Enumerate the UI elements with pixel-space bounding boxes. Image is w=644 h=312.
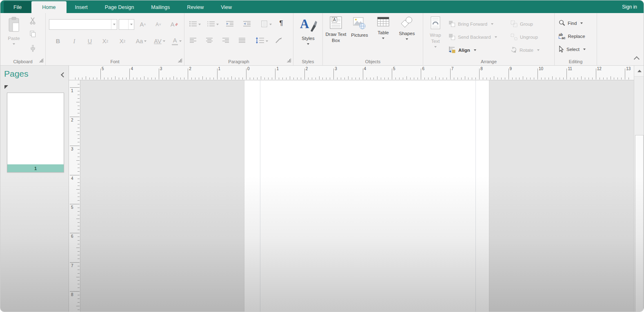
shapes-icon: [401, 16, 413, 29]
ruler-number: 3: [160, 66, 162, 71]
ruler-number: 2: [71, 118, 73, 122]
ungroup-icon: [511, 33, 517, 41]
paste-icon: [7, 16, 20, 33]
align-left-button[interactable]: [188, 36, 198, 46]
send-backward-button[interactable]: Send Backward: [449, 32, 497, 42]
ruler-number: 3: [71, 147, 73, 151]
pen-format-button[interactable]: [273, 36, 284, 46]
ruler-number: 4: [131, 66, 133, 71]
tab-file[interactable]: File: [4, 1, 31, 13]
collapse-ribbon-icon[interactable]: [634, 56, 640, 62]
color-bar-icon: [172, 44, 178, 45]
ruler-number: 8: [480, 66, 483, 71]
scroll-up-button[interactable]: [634, 66, 644, 77]
sign-in-button[interactable]: Sign in: [622, 0, 637, 13]
cursor-arrow-icon: [559, 46, 564, 53]
tab-mailings[interactable]: Mailings: [142, 1, 178, 13]
ruler-number: 7: [71, 263, 73, 268]
collapse-panel-icon[interactable]: [61, 72, 66, 77]
italic-button[interactable]: I: [68, 35, 81, 47]
vertical-scrollbar[interactable]: [634, 66, 644, 312]
send-backward-icon: [449, 33, 455, 41]
align-center-button[interactable]: [204, 36, 215, 46]
group-button[interactable]: Group: [511, 19, 533, 29]
bring-forward-button[interactable]: Bring Forward: [449, 19, 493, 29]
group-styles: A Styles Styles: [293, 13, 323, 65]
font-name-combobox[interactable]: [49, 19, 117, 30]
pages-panel: Pages 1: [0, 66, 69, 312]
increase-indent-icon: [243, 21, 251, 29]
clear-formatting-button[interactable]: A: [168, 18, 180, 31]
numbering-button[interactable]: [206, 19, 220, 30]
tab-home[interactable]: Home: [31, 1, 66, 13]
table-button[interactable]: Table: [372, 16, 395, 62]
subscript-button[interactable]: X2: [99, 35, 112, 47]
replace-button[interactable]: ab ac Replace: [559, 31, 585, 42]
copy-button[interactable]: [27, 29, 38, 40]
page[interactable]: [244, 80, 489, 312]
copy-icon: [30, 31, 36, 39]
ruler-number: 6: [71, 234, 73, 239]
paste-button[interactable]: Paste: [4, 16, 24, 61]
dropdown-caret-icon: [495, 36, 497, 38]
tab-insert[interactable]: Insert: [67, 1, 96, 13]
clipboard-dialog-launcher[interactable]: [39, 58, 43, 62]
right-margin-guide: [475, 80, 476, 312]
publisher-window: File Home Insert Page Design Mailings Re…: [0, 0, 644, 312]
superscript-button[interactable]: X2: [116, 35, 129, 47]
tab-page-design[interactable]: Page Design: [96, 1, 143, 13]
columns-button[interactable]: [259, 19, 273, 30]
line-spacing-button[interactable]: [254, 36, 269, 46]
document-canvas[interactable]: [80, 80, 634, 312]
decrease-indent-icon: [226, 21, 234, 29]
table-icon: [377, 16, 389, 28]
tab-view[interactable]: View: [212, 1, 240, 13]
grow-font-button[interactable]: A˄: [137, 18, 149, 31]
increase-indent-button[interactable]: [242, 19, 252, 30]
scrollbar-thumb[interactable]: [635, 135, 644, 312]
paragraph-dialog-launcher[interactable]: [287, 58, 291, 62]
font-name-input[interactable]: [49, 20, 111, 29]
align-right-button[interactable]: [220, 36, 231, 46]
find-button[interactable]: Find: [559, 18, 583, 29]
pictures-button[interactable]: Pictures: [348, 16, 371, 62]
horizontal-ruler[interactable]: 54321012345678910111213: [69, 66, 634, 80]
shapes-button[interactable]: Shapes: [395, 16, 418, 62]
styles-button[interactable]: A Styles: [297, 16, 320, 62]
draw-text-box-button[interactable]: A Draw Text Box: [324, 16, 347, 62]
group-icon: [511, 20, 517, 28]
font-size-input[interactable]: [119, 20, 128, 29]
align-left-icon: [190, 38, 197, 45]
underline-button[interactable]: U: [83, 35, 96, 47]
cut-button[interactable]: [27, 16, 38, 27]
font-size-combobox[interactable]: [119, 19, 134, 30]
tab-review[interactable]: Review: [178, 1, 212, 13]
select-button[interactable]: Select: [559, 44, 586, 55]
bullets-button[interactable]: [188, 19, 202, 30]
vertical-ruler[interactable]: 12345678: [69, 80, 80, 312]
format-painter-button[interactable]: [27, 44, 38, 55]
replace-icon: ab ac: [559, 33, 565, 40]
dropdown-caret-icon: [583, 49, 586, 50]
chevron-down-icon[interactable]: [111, 20, 117, 29]
font-dialog-launcher[interactable]: [178, 58, 182, 62]
show-paragraph-marks-button[interactable]: ¶: [276, 18, 286, 29]
page-thumbnail[interactable]: 1: [7, 93, 64, 173]
pen-icon: [275, 37, 282, 45]
shrink-font-button[interactable]: A˅: [153, 18, 164, 31]
decrease-indent-button[interactable]: [224, 19, 235, 30]
ribbon-tab-bar: File Home Insert Page Design Mailings Re…: [0, 0, 644, 13]
justify-button[interactable]: [237, 36, 247, 46]
font-color-button[interactable]: A: [170, 35, 184, 47]
character-spacing-button[interactable]: AV: [151, 35, 168, 47]
rotate-button[interactable]: Rotate: [511, 45, 540, 55]
ruler-number: 3: [335, 66, 337, 71]
wrap-text-button[interactable]: Wrap Text: [425, 16, 446, 62]
arrange-group-label: Arrange: [423, 59, 554, 64]
change-case-button[interactable]: Aa: [133, 35, 149, 47]
bold-button[interactable]: B: [51, 35, 64, 47]
ungroup-button[interactable]: Ungroup: [511, 32, 538, 42]
draw-text-box-icon: A: [330, 16, 342, 29]
align-button[interactable]: Align: [449, 45, 476, 55]
chevron-down-icon[interactable]: [128, 20, 134, 29]
